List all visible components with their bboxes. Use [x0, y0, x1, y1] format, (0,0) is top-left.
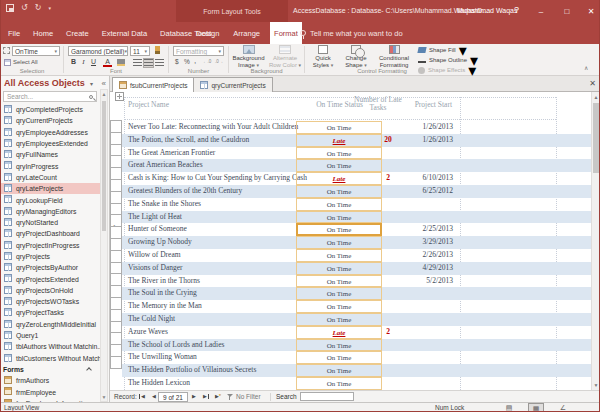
object-selector-combobox[interactable]: OnTime▾ — [12, 46, 60, 56]
sidebar-item-qrylatecount[interactable]: qryLateCount — [0, 172, 101, 183]
project-name-cell[interactable]: Never Too Late: Reconnecting with Your A… — [128, 121, 298, 134]
project-name-cell[interactable]: The Potion, the Scroll, and the Cauldron — [128, 134, 249, 147]
tell-me-box[interactable]: Tell me what you want to do — [300, 22, 403, 44]
record-selector[interactable] — [110, 356, 122, 369]
record-first-button[interactable]: ◀ — [141, 391, 145, 402]
table-row[interactable]: The Soul in the CryingOn Time — [122, 287, 591, 300]
project-start-cell[interactable] — [373, 287, 453, 300]
conditional-formatting-button[interactable]: Conditional Formatting — [374, 45, 414, 68]
no-filter-label[interactable]: No Filter — [236, 391, 261, 402]
project-name-cell[interactable]: The Light of Heat — [128, 211, 182, 224]
record-search-input[interactable] — [300, 392, 354, 401]
ribbon-collapse-button[interactable]: ∧ — [584, 64, 588, 71]
currency-button[interactable]: $ — [175, 58, 179, 65]
menu-tab-external-data[interactable]: External Data — [100, 29, 149, 38]
format-painter-icon[interactable] — [155, 46, 160, 54]
nav-search-input[interactable]: Search... — [3, 91, 97, 102]
sidebar-item-qrymanagingeditors[interactable]: qryManagingEditors — [0, 206, 101, 217]
record-next-button[interactable]: ▶ — [192, 391, 196, 402]
number-format-combobox[interactable]: Formatting▾ — [173, 46, 224, 56]
table-row[interactable]: The Hidden Portfolio of Villainous Secre… — [122, 364, 591, 377]
undo-icon[interactable]: ↺ — [21, 4, 28, 12]
project-start-cell[interactable] — [373, 326, 453, 339]
save-icon[interactable] — [6, 4, 14, 12]
record-position[interactable]: 9 of 21 — [158, 392, 188, 402]
project-start-cell[interactable] — [373, 198, 453, 211]
background-image-button[interactable]: Background Image ▾ — [231, 45, 266, 68]
sidebar-item-qryemployeeaddresses[interactable]: qryEmployeeAddresses — [0, 127, 101, 138]
align-center-button[interactable] — [144, 59, 153, 67]
sidebar-item-frmauthors[interactable]: frmAuthors — [0, 375, 101, 386]
layout-view-button[interactable]: ▦ — [528, 403, 544, 412]
sidebar-item-qryzerolengthmiddleinitial[interactable]: qryZeroLengthMiddleInitial — [0, 319, 101, 330]
table-row[interactable]: The Great American FrontierOn Time — [122, 147, 591, 160]
context-tab-format[interactable]: Format — [270, 22, 302, 44]
menu-tab-create[interactable]: Create — [64, 29, 91, 38]
table-row[interactable]: The Snake in the ShoresOn Time — [122, 198, 591, 211]
align-right-button[interactable] — [155, 59, 164, 67]
project-name-cell[interactable]: The Cold Night — [128, 313, 175, 326]
context-tab-design[interactable]: Design — [192, 22, 223, 44]
project-start-cell[interactable] — [373, 147, 453, 160]
shape-fill-button[interactable]: Shape Fill▾ — [418, 45, 467, 55]
table-row[interactable]: The Memory in the ManOn Time — [122, 300, 591, 313]
project-start-cell[interactable]: 6/25/2012 — [373, 185, 453, 198]
table-row[interactable]: The Cold NightOn Time — [122, 313, 591, 326]
project-name-cell[interactable]: Great American Beaches — [128, 159, 203, 172]
project-name-cell[interactable]: Growing Up Nobody — [128, 236, 192, 249]
decrease-decimals-button[interactable]: .0→ — [215, 59, 223, 64]
select-object-icon[interactable] — [3, 47, 10, 54]
project-name-cell[interactable]: The Hidden Portfolio of Villainous Secre… — [128, 364, 256, 377]
table-row[interactable]: Greatest Blunders of the 20th CenturyOn … — [122, 185, 591, 198]
align-left-button[interactable] — [133, 59, 142, 67]
project-name-cell[interactable]: The Snake in the Shores — [128, 198, 201, 211]
sidebar-item-qrylateprojects[interactable]: qryLateProjects — [0, 183, 101, 194]
record-prev-button[interactable]: ◀ — [152, 391, 156, 402]
project-name-cell[interactable]: Hunter of Someone — [128, 223, 187, 236]
nav-scrollbar[interactable]: ▲ ▼ — [100, 89, 108, 402]
fill-color-button[interactable] — [117, 59, 125, 66]
layout-selector-icon[interactable] — [115, 92, 124, 101]
context-tab-arrange[interactable]: Arrange — [229, 22, 264, 44]
maximize-button[interactable]: □ — [554, 0, 580, 22]
project-name-cell[interactable]: Cash is King: How to Cut Your Spending b… — [128, 172, 307, 185]
main-scrollbar[interactable]: ▲ ▼ — [591, 92, 600, 390]
design-view-button[interactable]: ∠ — [556, 403, 570, 412]
project-start-cell[interactable] — [373, 159, 453, 172]
redo-icon[interactable]: ↻ — [35, 4, 42, 12]
project-start-cell[interactable]: 5/2/2013 — [373, 275, 453, 288]
close-button[interactable]: ✕ — [578, 0, 600, 22]
table-row[interactable]: Never Too Late: Reconnecting with Your A… — [122, 121, 591, 134]
sidebar-item-qryinprogress[interactable]: qryInProgress — [0, 160, 101, 171]
project-name-cell[interactable]: The Unwilling Woman — [128, 351, 197, 364]
scrollbar-thumb[interactable] — [102, 101, 106, 231]
signed-in-user[interactable]: Muhammad Waqas — [457, 7, 517, 14]
project-start-cell[interactable]: 2/26/2013 — [373, 249, 453, 262]
minimize-button[interactable]: – — [528, 0, 554, 22]
document-tab-fsubCurrentProjects[interactable]: fsubCurrentProjects — [112, 77, 194, 92]
column-header-project-name[interactable]: Project Name — [128, 100, 169, 109]
table-row[interactable]: Growing Up NobodyOn Time3/29/2013 — [122, 236, 591, 249]
percent-button[interactable]: % — [184, 58, 190, 65]
project-start-cell[interactable] — [373, 339, 453, 352]
project-start-cell[interactable]: 6/10/2013 — [373, 172, 453, 185]
select-all-button[interactable]: Select All — [13, 59, 38, 65]
table-row[interactable]: The Unwilling WomanOn Time — [122, 351, 591, 364]
nav-section-header-forms[interactable]: Forms — [0, 364, 101, 375]
project-start-cell[interactable]: 1/26/2013 — [373, 134, 453, 147]
project-name-cell[interactable]: Visions of Danger — [128, 262, 183, 275]
sidebar-item-qryprojectsonhold[interactable]: qryProjectsOnHold — [0, 285, 101, 296]
project-start-cell[interactable]: 4/29/2013 — [373, 262, 453, 275]
sidebar-item-tblcustomers-without-match-[interactable]: tblCustomers Without Match... — [0, 353, 101, 364]
table-row[interactable]: The Hidden LexiconOn Time — [122, 377, 591, 390]
project-start-cell[interactable] — [373, 211, 453, 224]
scroll-up-icon[interactable]: ▲ — [101, 91, 107, 97]
project-start-cell[interactable]: 3/29/2013 — [373, 236, 453, 249]
table-row[interactable]: Cash is King: How to Cut Your Spending b… — [122, 172, 591, 185]
table-row[interactable]: The Potion, the Scroll, and the Cauldron… — [122, 134, 591, 147]
project-start-cell[interactable] — [373, 364, 453, 377]
menu-tab-home[interactable]: Home — [31, 29, 55, 38]
project-start-cell[interactable]: 1/26/2013 — [373, 121, 453, 134]
scroll-up-icon[interactable]: ▲ — [592, 94, 600, 100]
help-button[interactable]: ? — [514, 5, 519, 15]
